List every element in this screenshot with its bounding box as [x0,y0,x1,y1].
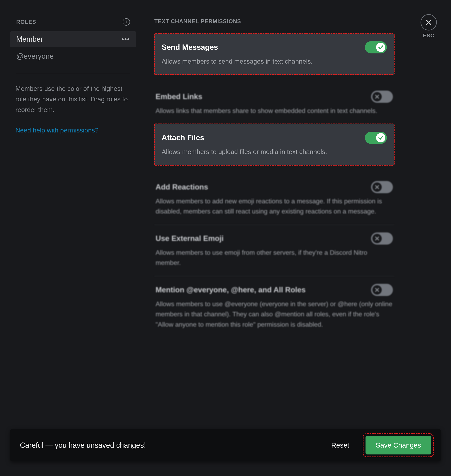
permission-send-messages: Send MessagesAllows members to send mess… [154,33,394,75]
role-options-icon[interactable]: ••• [121,35,130,43]
close-wrap: ESC [420,14,437,39]
add-role-icon[interactable] [123,18,130,25]
x-icon [372,92,382,101]
permission-title: Use External Emoji [156,234,224,243]
save-message: Careful — you have unsaved changes! [20,441,331,450]
reset-button[interactable]: Reset [331,441,349,449]
role-item-member[interactable]: Member ••• [10,31,136,47]
permission-embed-links: Embed LinksAllows links that members sha… [154,83,394,124]
main-panel: TEXT CHANNEL PERMISSIONS Send MessagesAl… [136,10,441,476]
permission-description: Allows members to use @everyone (everyon… [156,299,393,330]
permission-title: Send Messages [162,43,218,52]
permission-toggle[interactable] [371,91,393,103]
esc-label: ESC [420,32,437,39]
permission-description: Allows members to upload files or media … [162,147,387,157]
permission-mention-everyone: Mention @everyone, @here, and All RolesA… [154,276,394,338]
unsaved-changes-bar: Careful — you have unsaved changes! Rese… [10,429,441,461]
permission-toggle[interactable] [371,232,393,245]
permission-use-external-emoji: Use External EmojiAllows members to use … [154,225,394,276]
permission-toggle[interactable] [365,41,387,53]
permission-title: Add Reactions [156,183,208,191]
check-icon [376,133,385,142]
permission-description: Allows members to send messages in text … [162,56,387,67]
x-icon [372,234,382,243]
permission-description: Allows members to add new emoji reaction… [156,196,393,216]
check-icon [376,43,385,52]
section-header: TEXT CHANNEL PERMISSIONS [154,18,394,25]
x-icon [372,285,382,295]
permission-list: Send MessagesAllows members to send mess… [154,33,394,338]
role-list: Member ••• @everyone [10,31,136,64]
permission-title: Mention @everyone, @here, and All Roles [156,286,306,294]
permission-title: Embed Links [156,92,202,101]
role-item-everyone[interactable]: @everyone [10,48,136,64]
help-link[interactable]: Need help with permissions? [10,125,136,136]
permission-toggle[interactable] [371,181,393,193]
close-button[interactable] [420,14,437,31]
save-changes-button[interactable]: Save Changes [365,436,431,454]
permission-description: Allows links that members share to show … [156,106,393,116]
sidebar: ROLES Member ••• @everyone Members use t… [10,10,136,476]
roles-heading: ROLES [16,19,36,25]
x-icon [372,182,382,192]
permission-title: Attach Files [162,133,204,142]
permission-toggle[interactable] [365,132,387,144]
permission-add-reactions: Add ReactionsAllows members to add new e… [154,173,394,225]
role-name: Member [16,35,43,44]
permission-attach-files: Attach FilesAllows members to upload fil… [154,124,394,165]
permission-toggle[interactable] [371,284,393,296]
role-name: @everyone [16,52,54,61]
roles-hint: Members use the color of the highest rol… [10,83,136,115]
permission-description: Allows members to use emoji from other s… [156,248,393,268]
divider [16,73,130,73]
